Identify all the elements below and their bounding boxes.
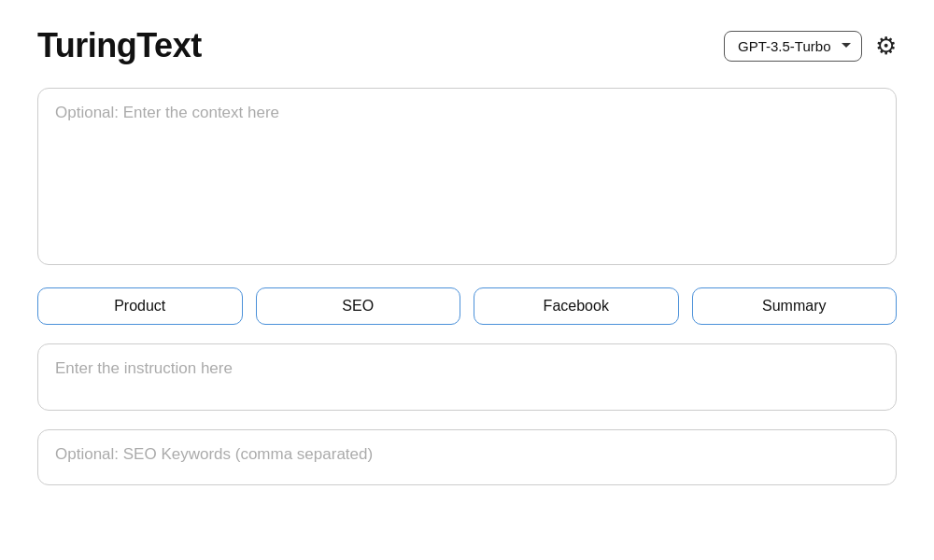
tab-seo[interactable]: SEO — [256, 287, 461, 325]
tab-summary[interactable]: Summary — [692, 287, 898, 325]
instruction-input[interactable] — [37, 343, 897, 411]
header-right: GPT-3.5-Turbo GPT-4 GPT-4-Turbo ⚙ — [724, 31, 897, 62]
app-container: TuringText GPT-3.5-Turbo GPT-4 GPT-4-Tur… — [0, 0, 934, 560]
model-selector[interactable]: GPT-3.5-Turbo GPT-4 GPT-4-Turbo — [724, 31, 862, 62]
header: TuringText GPT-3.5-Turbo GPT-4 GPT-4-Tur… — [37, 26, 897, 65]
tab-facebook[interactable]: Facebook — [474, 287, 679, 325]
app-title: TuringText — [37, 26, 202, 65]
context-input[interactable] — [37, 88, 897, 265]
gear-icon[interactable]: ⚙ — [875, 34, 897, 58]
tabs-row: Product SEO Facebook Summary — [37, 287, 897, 325]
tab-product[interactable]: Product — [37, 287, 243, 325]
seo-keywords-input[interactable] — [37, 429, 897, 485]
